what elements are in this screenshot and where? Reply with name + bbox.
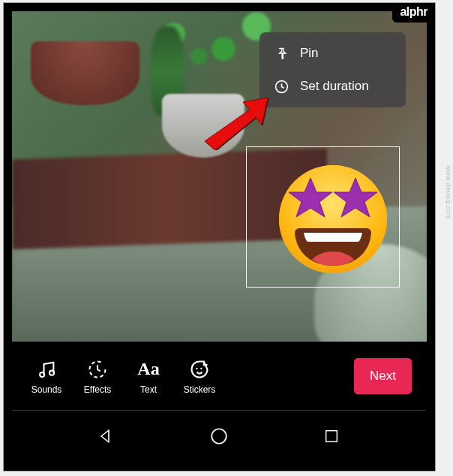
effects-clock-icon xyxy=(86,357,110,381)
pin-icon xyxy=(273,45,290,62)
svg-point-7 xyxy=(50,370,54,375)
svg-point-6 xyxy=(40,372,44,376)
set-duration-option[interactable]: Set duration xyxy=(260,70,406,103)
svg-point-8 xyxy=(196,367,197,369)
sticker-smile-icon xyxy=(188,357,212,381)
effects-button[interactable]: Effects xyxy=(72,357,123,395)
brand-badge: alphr xyxy=(392,3,435,23)
set-duration-label: Set duration xyxy=(300,79,369,94)
svg-point-10 xyxy=(212,429,226,444)
text-button[interactable]: Aa Text xyxy=(123,357,174,395)
sounds-label: Sounds xyxy=(32,384,62,395)
android-nav-bar xyxy=(12,410,425,461)
background-pot xyxy=(31,41,140,105)
text-label: Text xyxy=(140,384,157,395)
source-watermark: www.deuaq.com xyxy=(445,165,452,220)
background-cup xyxy=(162,94,244,158)
svg-point-9 xyxy=(200,367,202,369)
star-struck-emoji-sticker[interactable] xyxy=(273,158,393,278)
svg-rect-11 xyxy=(326,430,337,441)
pin-option[interactable]: Pin xyxy=(260,37,406,70)
android-recents-button[interactable] xyxy=(313,420,350,453)
editor-toolbar: Sounds Effects Aa Text xyxy=(12,342,425,411)
clock-icon xyxy=(273,78,290,95)
android-back-button[interactable] xyxy=(87,420,124,453)
music-note-icon xyxy=(34,357,58,381)
pin-label: Pin xyxy=(300,46,319,61)
text-aa-icon: Aa xyxy=(136,357,160,381)
video-preview[interactable]: Pin Set duration xyxy=(12,11,427,342)
sounds-button[interactable]: Sounds xyxy=(21,357,72,395)
effects-label: Effects xyxy=(84,384,111,395)
app-frame: alphr Pin xyxy=(3,2,436,471)
sticker-context-menu: Pin Set duration xyxy=(260,32,406,107)
stickers-label: Stickers xyxy=(184,384,216,395)
android-home-button[interactable] xyxy=(200,420,238,453)
stickers-button[interactable]: Stickers xyxy=(174,357,225,395)
next-button[interactable]: Next xyxy=(354,358,412,394)
